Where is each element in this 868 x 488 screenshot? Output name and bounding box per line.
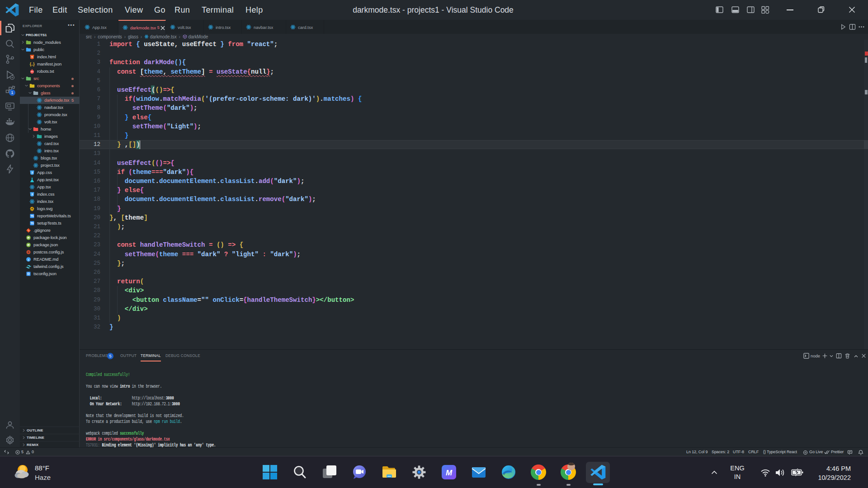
svg-text:M: M [446, 469, 453, 477]
svg-text:1: 1 [11, 90, 13, 95]
svg-text:{..}: {..} [30, 62, 35, 66]
svg-text:i: i [28, 258, 29, 261]
svg-text:TS: TS [31, 215, 34, 217]
svg-text:TS: TS [31, 222, 34, 225]
